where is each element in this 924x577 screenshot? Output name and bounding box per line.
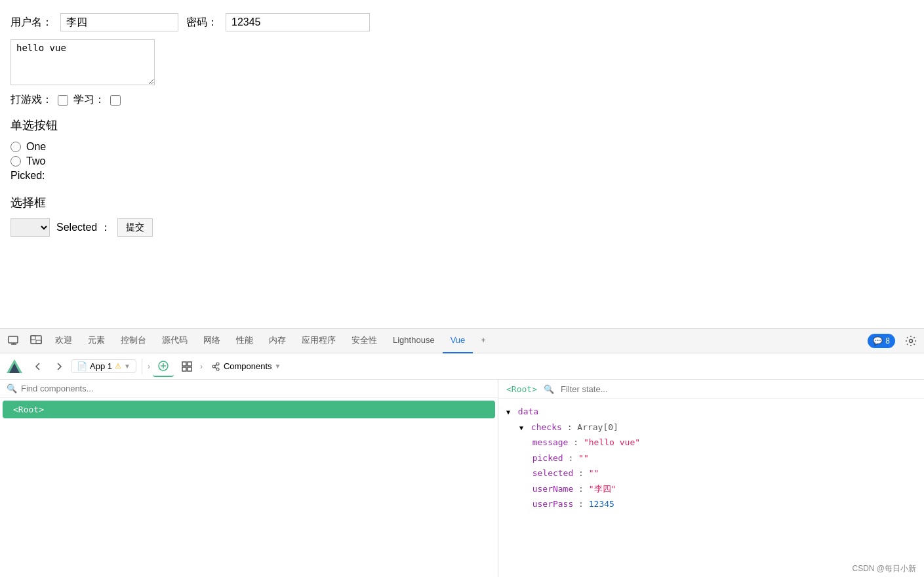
credentials-row: 用户名： 密码： — [10, 13, 914, 31]
screencast-icon[interactable] — [3, 328, 25, 353]
state-data-row: ▼ data — [506, 404, 916, 420]
main-content: 用户名： 密码： hello vue 打游戏： 学习： 单选按钮 One Two… — [0, 0, 924, 315]
select-section-title: 选择框 — [10, 195, 914, 210]
tab-performance[interactable]: 性能 — [228, 328, 261, 353]
toolbar-sep-1 — [142, 359, 142, 374]
state-userpass-key: userPass — [532, 499, 574, 509]
root-component-item[interactable]: <Root> — [3, 401, 495, 418]
badge-icon: 💬 — [873, 336, 883, 346]
checkbox-row: 打游戏： 学习： — [10, 93, 914, 107]
state-selected-value: "" — [589, 468, 599, 478]
svg-point-13 — [216, 363, 219, 365]
state-checks-row: ▼ checks : Array[0] — [519, 420, 916, 435]
radio-two[interactable] — [10, 156, 21, 167]
study-label: 学习： — [73, 93, 105, 107]
settings-button[interactable] — [900, 330, 921, 351]
tab-console[interactable]: 控制台 — [113, 328, 154, 353]
svg-rect-0 — [9, 336, 18, 343]
tab-sources[interactable]: 源代码 — [154, 328, 195, 353]
state-selected-key: selected — [532, 468, 574, 478]
components-search: 🔍 — [0, 380, 498, 398]
study-checkbox[interactable] — [110, 95, 121, 106]
components-selector[interactable]: Components ▼ — [205, 360, 287, 373]
vue-panel-body: 🔍 <Root> <Root> 🔍 — [0, 380, 924, 577]
state-data-key: data — [518, 407, 538, 416]
app-label: App 1 — [90, 361, 112, 371]
breadcrumb-arrow-1: › — [148, 362, 150, 371]
state-checks-key: checks — [531, 422, 562, 432]
tab-welcome[interactable]: 欢迎 — [47, 328, 80, 353]
state-picked-row: ▼ picked : "" — [519, 450, 916, 466]
submit-button[interactable]: 提交 — [117, 218, 153, 237]
radio-two-label: Two — [26, 155, 45, 167]
tab-network[interactable]: 网络 — [195, 328, 228, 353]
password-input[interactable] — [226, 13, 370, 31]
state-message-key: message — [532, 437, 569, 447]
vue-back-button[interactable] — [29, 357, 47, 376]
state-data-group: ▼ checks : Array[0] ▼ message : "hello v… — [506, 420, 916, 512]
svg-line-15 — [215, 365, 216, 366]
components-label: Components — [224, 361, 272, 371]
components-search-icon: 🔍 — [7, 384, 17, 393]
checks-collapse-icon[interactable]: ▼ — [519, 423, 523, 433]
svg-point-14 — [216, 368, 219, 370]
state-filter-input[interactable] — [561, 384, 671, 394]
radio-one[interactable] — [10, 142, 21, 152]
component-tree-button[interactable] — [153, 356, 174, 377]
svg-rect-2 — [31, 336, 35, 340]
tab-application[interactable]: 应用程序 — [294, 328, 344, 353]
tab-add[interactable]: + — [473, 328, 494, 353]
devtools-panel: 欢迎 元素 控制台 源代码 网络 性能 内存 应用程序 安全性 Lighthou… — [0, 328, 924, 577]
inspect-icon[interactable] — [25, 328, 47, 353]
message-textarea[interactable]: hello vue — [10, 39, 155, 85]
username-input[interactable] — [60, 13, 178, 31]
vue-forward-button[interactable] — [50, 357, 68, 376]
bottom-bar: CSDN @每日小新 — [844, 561, 924, 577]
state-selected-row: ▼ selected : "" — [519, 466, 916, 481]
state-root-tag: <Root> — [506, 384, 537, 394]
state-search — [561, 384, 671, 394]
username-label: 用户名： — [10, 16, 52, 30]
state-header: <Root> 🔍 — [498, 380, 924, 399]
svg-line-16 — [215, 367, 216, 368]
message-row: hello vue — [10, 39, 914, 85]
state-username-row: ▼ userName : "李四" — [519, 481, 916, 497]
breadcrumb-arrow-2: › — [200, 362, 203, 371]
tab-security[interactable]: 安全性 — [344, 328, 385, 353]
grid-view-button[interactable] — [176, 356, 197, 377]
devtools-tabs: 欢迎 元素 控制台 源代码 网络 性能 内存 应用程序 安全性 Lighthou… — [0, 328, 924, 353]
vue-logo — [5, 357, 24, 376]
components-tree: <Root> — [0, 398, 498, 577]
state-userpass-value: 12345 — [589, 499, 614, 509]
badge-button[interactable]: 💬 8 — [868, 334, 895, 348]
components-icon — [211, 361, 221, 372]
tab-vue[interactable]: Vue — [443, 328, 473, 353]
state-username-key: userName — [532, 484, 574, 494]
picked-row: Picked: — [10, 170, 914, 182]
bottom-bar-text: CSDN @每日小新 — [852, 564, 916, 573]
app-icon: 📄 — [77, 361, 87, 371]
select-input[interactable]: A B — [10, 218, 50, 237]
components-panel: 🔍 <Root> — [0, 380, 498, 577]
tab-memory[interactable]: 内存 — [261, 328, 294, 353]
state-message-row: ▼ message : "hello vue" — [519, 435, 916, 450]
state-checks-value: Array[0] — [577, 422, 618, 432]
components-dropdown-arrow: ▼ — [275, 363, 281, 370]
data-collapse-icon[interactable]: ▼ — [506, 407, 510, 417]
components-search-input[interactable] — [21, 384, 491, 393]
svg-rect-9 — [188, 362, 191, 366]
game-checkbox[interactable] — [58, 95, 68, 106]
tab-elements[interactable]: 元素 — [80, 328, 113, 353]
svg-rect-8 — [182, 362, 186, 366]
selected-label: Selected ： — [56, 221, 111, 235]
state-tree: ▼ data ▼ checks : Array[0] ▼ message — [498, 399, 924, 577]
radio-section: 单选按钮 One Two Picked: — [10, 117, 914, 182]
radio-group: One Two — [10, 141, 914, 167]
warning-icon: ⚠ — [115, 362, 121, 370]
password-label: 密码： — [186, 16, 218, 30]
state-message-value: "hello vue" — [584, 437, 640, 447]
app-selector[interactable]: 📄 App 1 ⚠ ▼ — [71, 359, 136, 373]
state-picked-value: "" — [578, 453, 589, 463]
tab-lighthouse[interactable]: Lighthouse — [385, 328, 443, 353]
state-userpass-row: ▼ userPass : 12345 — [519, 496, 916, 512]
